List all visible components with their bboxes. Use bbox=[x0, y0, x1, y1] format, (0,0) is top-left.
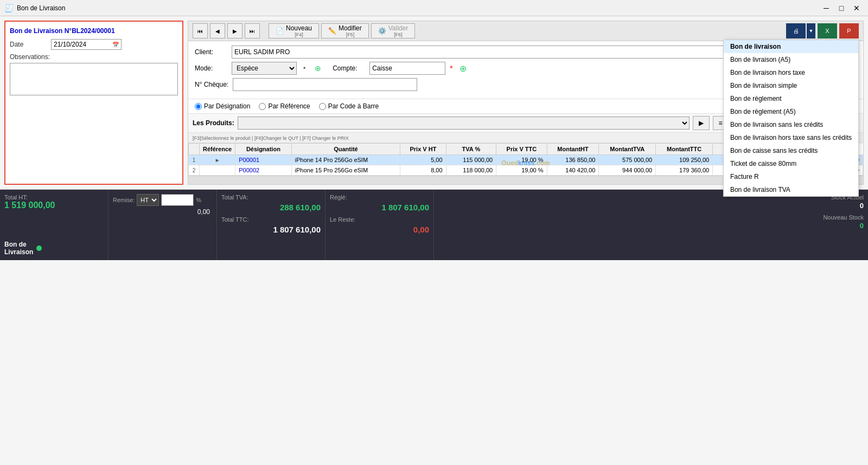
total-ht-value: 1 519 000,00 bbox=[4, 201, 104, 210]
row-number: 1 bbox=[189, 155, 200, 165]
dropdown-item-bon-livraison-tva[interactable]: Bon de livraison TVA bbox=[724, 183, 858, 196]
col-header-qty[interactable]: Quantité bbox=[291, 144, 400, 155]
modifier-button[interactable]: ✏️ Modifier [F5] bbox=[321, 23, 369, 38]
valider-button[interactable]: ⚙️ Valider [F6] bbox=[371, 23, 415, 38]
col-header-mttc[interactable]: MontantTTC bbox=[656, 144, 713, 155]
dropdown-item-facture-r[interactable]: Facture R bbox=[724, 170, 858, 183]
dropdown-item-bon-caisse-sans-credits[interactable]: Bon de caisse sans les crédits bbox=[724, 144, 858, 157]
toolbar-left: ⏮ ◀ ▶ ⏭ 📄 Nouveau [F4] ✏️ bbox=[193, 23, 415, 38]
bottom-bar: Total HT: 1 519 000,00 Bon deLivraison R… bbox=[0, 190, 868, 260]
radio-designation[interactable]: Par Désignation bbox=[195, 102, 250, 110]
date-row: Date 21/10/2024 📅 bbox=[10, 39, 178, 50]
product-search[interactable] bbox=[238, 117, 690, 130]
nouveau-icon: 📄 bbox=[276, 27, 284, 35]
next-record-button[interactable]: ▶ bbox=[227, 23, 242, 38]
prev-record-button[interactable]: ◀ bbox=[210, 23, 225, 38]
bottom-left: Total HT: 1 519 000,00 Bon deLivraison bbox=[0, 190, 108, 260]
top-section: Bon de Livraison N°BL2024/00001 Date 21/… bbox=[0, 16, 868, 190]
radio-codebarre[interactable]: Par Code à Barre bbox=[319, 102, 379, 110]
remise-value: 0,00 bbox=[113, 208, 212, 216]
bottom-regle: Réglé: 1 807 610,00 Le Reste: 0,00 bbox=[326, 190, 434, 260]
first-record-button[interactable]: ⏮ bbox=[193, 23, 208, 38]
le-reste-label: Le Reste: bbox=[330, 216, 429, 223]
export-buttons: 🖨 ▼ X P Bon de livraisonBon de livraison… bbox=[786, 23, 859, 38]
regle-label: Réglé: bbox=[330, 194, 429, 201]
close-button[interactable]: ✕ bbox=[850, 3, 864, 14]
row-designation: iPhone 15 Pro 256Go eSIM bbox=[291, 165, 400, 176]
col-header-pvttc[interactable]: Prix V TTC bbox=[496, 144, 547, 155]
total-ht-label: Total HT: bbox=[4, 194, 104, 201]
remise-row: Remise: HT % bbox=[113, 194, 212, 206]
print-button[interactable]: 🖨 bbox=[786, 23, 806, 38]
percent-label: % bbox=[196, 197, 201, 203]
liste-icon: ≡ bbox=[719, 119, 723, 127]
observations-input[interactable] bbox=[10, 63, 178, 95]
dropdown-item-bon-reglement-a5[interactable]: Bon de règlement (A5) bbox=[724, 105, 858, 118]
valider-icon: ⚙️ bbox=[378, 27, 386, 35]
col-header-desig[interactable]: Désignation bbox=[235, 144, 291, 155]
excel-export-button[interactable]: X bbox=[818, 23, 837, 38]
total-tva-section: Total TVA: 288 610,00 bbox=[221, 194, 321, 212]
compte-required: * bbox=[450, 64, 452, 73]
col-header-mtva[interactable]: MontantTVA bbox=[599, 144, 656, 155]
dropdown-item-ticket-caisse-80mm[interactable]: Ticket de caisse 80mm bbox=[724, 157, 858, 170]
dropdown-item-bon-livraison-hors-taxe-sans-credits[interactable]: Bon de livraison hors taxe sans les créd… bbox=[724, 131, 858, 144]
total-ttc-section: Total TTC: 1 807 610,00 bbox=[221, 216, 321, 234]
col-header-tva[interactable]: TVA % bbox=[446, 144, 496, 155]
col-header-mht[interactable]: MontantHT bbox=[547, 144, 599, 155]
title-bar: 🧾 Bon de Livraison ─ □ ✕ bbox=[0, 0, 868, 16]
mode-select[interactable]: Espèce bbox=[232, 62, 297, 75]
dropdown-item-bon-livraison[interactable]: Bon de livraison bbox=[724, 40, 858, 53]
row-prix-vht: 118 000,00 bbox=[446, 165, 496, 176]
row-reference: P00001 bbox=[235, 155, 291, 165]
calendar-icon[interactable]: 📅 bbox=[112, 42, 119, 48]
row-montant-ht: 944 000,00 bbox=[599, 165, 656, 176]
products-label: Les Produits: bbox=[193, 119, 234, 127]
product-arrow-button[interactable]: ▶ bbox=[693, 116, 710, 130]
le-reste-value: 0,00 bbox=[330, 225, 429, 234]
last-record-button[interactable]: ⏭ bbox=[245, 23, 260, 38]
remise-type-select[interactable]: HT bbox=[137, 194, 159, 206]
minimize-button[interactable]: ─ bbox=[819, 3, 833, 14]
row-montant-tva: 109 250,00 bbox=[656, 155, 713, 165]
print-dropdown-menu: Bon de livraisonBon de livraison (A5)Bon… bbox=[723, 40, 859, 197]
dropdown-item-bon-livraison-simple[interactable]: Bon de livraison simple bbox=[724, 79, 858, 92]
compte-input[interactable] bbox=[369, 62, 445, 75]
date-input[interactable]: 21/10/2024 📅 bbox=[51, 39, 122, 50]
total-ttc-label: Total TTC: bbox=[221, 216, 321, 223]
mode-label: Mode: bbox=[195, 64, 227, 72]
compte-add-button[interactable]: ⊕ bbox=[457, 62, 469, 74]
title-bar-controls: ─ □ ✕ bbox=[819, 3, 864, 14]
stock-actuel-value: 0 bbox=[860, 202, 864, 210]
status-dot bbox=[36, 246, 42, 251]
col-header-pvht[interactable]: Prix V HT bbox=[400, 144, 446, 155]
row-tva: 19,00 % bbox=[496, 155, 547, 165]
row-arrow bbox=[200, 165, 235, 176]
col-header-sort[interactable] bbox=[189, 144, 200, 155]
row-tva: 19,00 % bbox=[496, 165, 547, 176]
nouveau-stock-value: 0 bbox=[860, 222, 864, 230]
total-ttc-value: 1 807 610,00 bbox=[221, 225, 321, 234]
compte-label: Compte: bbox=[333, 64, 365, 72]
remise-percent-input[interactable] bbox=[161, 194, 194, 206]
bottom-middle: Remise: HT % 0,00 bbox=[108, 190, 217, 260]
row-reference: P00002 bbox=[235, 165, 291, 176]
date-label: Date bbox=[10, 41, 48, 48]
maximize-button[interactable]: □ bbox=[834, 3, 848, 14]
cheque-input[interactable] bbox=[233, 78, 417, 91]
dropdown-item-bon-reglement[interactable]: Bon de règlement bbox=[724, 92, 858, 105]
nouveau-button[interactable]: 📄 Nouveau [F4] bbox=[269, 23, 319, 38]
dropdown-item-bon-livraison-hors-taxe[interactable]: Bon de livraison hors taxe bbox=[724, 66, 858, 79]
print-dropdown-button[interactable]: ▼ bbox=[807, 23, 815, 38]
regle-section: Réglé: 1 807 610,00 bbox=[330, 194, 429, 212]
main-toolbar: ⏮ ◀ ▶ ⏭ 📄 Nouveau [F4] ✏️ bbox=[188, 21, 863, 41]
mode-add-button[interactable]: ⊕ bbox=[312, 62, 324, 74]
dropdown-item-bon-livraison-a5[interactable]: Bon de livraison (A5) bbox=[724, 53, 858, 66]
row-designation: iPhone 14 Pro 256Go eSIM bbox=[291, 155, 400, 165]
col-header-ref[interactable]: Référence bbox=[200, 144, 235, 155]
left-panel: Bon de Livraison N°BL2024/00001 Date 21/… bbox=[4, 21, 183, 185]
pdf-export-button[interactable]: P bbox=[839, 23, 859, 38]
radio-reference[interactable]: Par Référence bbox=[259, 102, 310, 110]
dropdown-item-bon-livraison-sans-credits[interactable]: Bon de livraison sans les crédits bbox=[724, 118, 858, 131]
bottom-tva: Total TVA: 288 610,00 Total TTC: 1 807 6… bbox=[217, 190, 326, 260]
